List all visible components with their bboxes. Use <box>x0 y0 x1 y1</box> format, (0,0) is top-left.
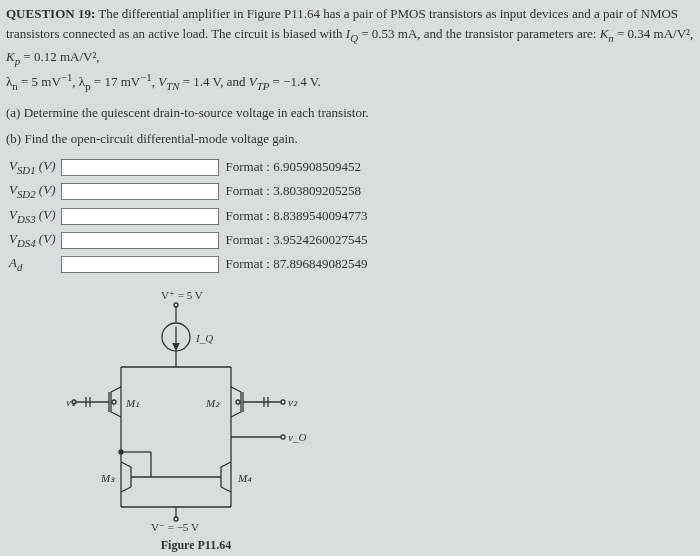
answer-table: VSD1 (V) Format : 6.905908509452 VSD2 (V… <box>6 155 694 277</box>
figure-caption: Figure P11.64 <box>66 536 326 555</box>
ad-input[interactable] <box>61 256 219 273</box>
question-heading: QUESTION 19: <box>6 6 95 21</box>
svg-line-21 <box>231 387 241 392</box>
vminus-label: V⁻ = −5 V <box>151 521 199 532</box>
vo-label: v_O <box>288 431 306 443</box>
table-row: VDS3 (V) Format : 8.8389540094773 <box>6 204 370 228</box>
m1-label: M₁ <box>125 397 139 409</box>
vds3-input[interactable] <box>61 208 219 225</box>
part-a: (a) Determine the quiescent drain-to-sou… <box>6 103 694 123</box>
v1-label: v₁ <box>66 396 75 408</box>
v2-label: v₂ <box>288 396 298 408</box>
vsd2-input[interactable] <box>61 183 219 200</box>
table-row: VSD1 (V) Format : 6.905908509452 <box>6 155 370 179</box>
svg-line-39 <box>221 462 231 467</box>
vsd1-input[interactable] <box>61 159 219 176</box>
svg-line-40 <box>221 487 231 492</box>
table-row: VSD2 (V) Format : 3.803809205258 <box>6 179 370 203</box>
m1-transistor <box>72 387 121 417</box>
m4-transistor <box>176 462 231 492</box>
vplus-label: V⁺ = 5 V <box>161 289 203 301</box>
svg-line-12 <box>111 412 121 417</box>
question-text: QUESTION 19: The differential amplifier … <box>6 4 694 95</box>
svg-line-22 <box>231 412 241 417</box>
table-row: VDS4 (V) Format : 3.9524260027545 <box>6 228 370 252</box>
svg-line-34 <box>121 462 131 467</box>
svg-line-35 <box>121 487 131 492</box>
m3-label: M₃ <box>100 472 115 484</box>
m2-label: M₂ <box>205 397 220 409</box>
m2-transistor <box>231 387 285 417</box>
svg-point-23 <box>236 400 240 404</box>
part-b: (b) Find the open-circuit differential-m… <box>6 129 694 149</box>
svg-point-31 <box>281 435 285 439</box>
circuit-figure: V⁺ = 5 V I_Q <box>66 287 326 555</box>
svg-line-11 <box>111 387 121 392</box>
svg-point-25 <box>281 400 285 404</box>
table-row: Ad Format : 87.896849082549 <box>6 252 370 276</box>
m4-label: M₄ <box>237 472 252 484</box>
m3-transistor <box>121 462 176 492</box>
svg-point-0 <box>174 303 178 307</box>
iq-label: I_Q <box>195 332 213 344</box>
svg-point-13 <box>112 400 116 404</box>
svg-point-44 <box>119 450 123 454</box>
vds4-input[interactable] <box>61 232 219 249</box>
